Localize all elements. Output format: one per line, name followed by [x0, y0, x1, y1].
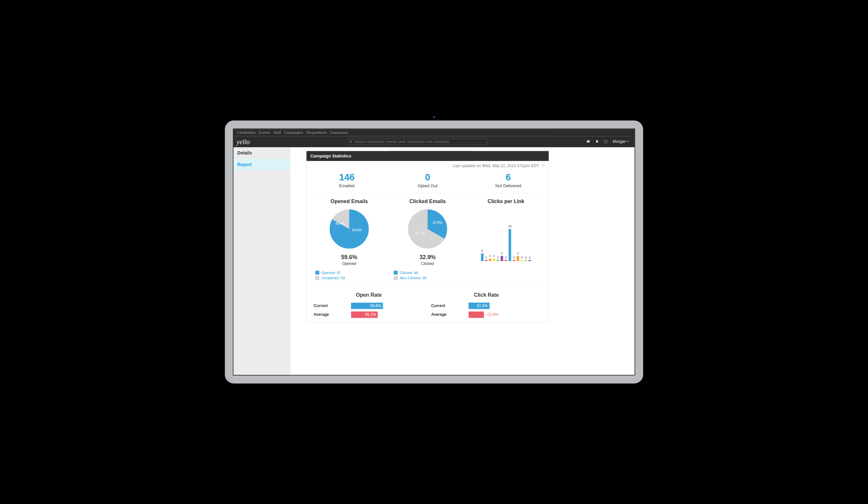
bar	[517, 256, 519, 261]
menu-events[interactable]: Events	[259, 131, 270, 135]
bar-column: 6	[481, 249, 484, 261]
opened-slice2-label: 40.4%	[335, 222, 345, 226]
open-rate-current-bar: 59.6%	[351, 302, 383, 309]
clicked-legend1[interactable]: Clicked: 48	[400, 270, 418, 275]
clicked-emails-panel: Clicked Emails 32.9% 67.1% 32.9% Clicked	[388, 198, 467, 281]
open-rate-panel: Open Rate Current 59.6% Average 49.2%	[310, 292, 427, 320]
bar	[497, 260, 499, 261]
search-box[interactable]	[346, 138, 488, 145]
clicked-legend2[interactable]: Non-Clicked: 98	[400, 276, 426, 280]
bar-value-label: 4	[501, 251, 503, 255]
bar	[520, 260, 523, 261]
bar	[485, 260, 487, 261]
sidebar-item-details[interactable]: Details	[234, 147, 290, 159]
bar-value-label: 2	[493, 254, 495, 258]
bar-column: 0	[520, 256, 523, 261]
legend-swatch-grey	[394, 276, 398, 280]
svg-text:?: ?	[605, 140, 607, 143]
click-rate-current-label: Current	[427, 304, 469, 308]
kpi-row: 146 Emailed 0 Opted Out 6 Not Delivered	[307, 171, 549, 193]
bar-value-label: 1	[485, 255, 487, 259]
brand-logo: yello	[237, 138, 250, 145]
clicked-slice1-label: 32.9%	[433, 221, 442, 225]
laptop-frame: Candidates Events Staff Campaigns Requis…	[225, 121, 643, 383]
menu-campuses[interactable]: Campuses	[330, 131, 348, 135]
bar-column: 0	[529, 256, 531, 261]
clicked-title: Clicked Emails	[410, 198, 446, 204]
opened-title: Opened Emails	[331, 198, 368, 204]
click-rate-title: Click Rate	[427, 292, 545, 298]
open-rate-current-row: Current 59.6%	[310, 302, 427, 309]
panel-title: Campaign Statistics	[307, 151, 549, 161]
open-rate-title: Open Rate	[310, 292, 427, 298]
clicked-percent: 32.9%	[420, 254, 436, 260]
bar	[501, 256, 503, 261]
refresh-icon[interactable]	[541, 164, 545, 167]
bar-column: 1	[485, 255, 487, 261]
header-actions: ? Morgan	[584, 136, 632, 147]
clicked-legend: Clicked: 48 Non-Clicked: 98	[388, 270, 426, 281]
chevron-down-icon	[627, 141, 629, 143]
menu-staff[interactable]: Staff	[273, 131, 281, 135]
opened-caption: Opened	[342, 261, 356, 266]
click-rate-current-bar: 32.9%	[469, 302, 490, 309]
user-menu[interactable]: Morgan	[610, 137, 632, 146]
svg-point-0	[350, 141, 351, 143]
menu-candidates[interactable]: Candidates	[237, 131, 256, 135]
bar-value-label: 25	[508, 225, 512, 228]
opened-pie-chart: 59.6% 40.4%	[330, 209, 369, 249]
content-area: Campaign Statistics Last updated on Wed,…	[290, 147, 634, 375]
clicked-caption: Clicked	[421, 261, 434, 266]
kpi-emailed: 146 Emailed	[307, 173, 387, 188]
rates-row: Open Rate Current 59.6% Average 49.2% Cl…	[307, 285, 549, 322]
search-input[interactable]	[354, 140, 485, 144]
opened-emails-panel: Opened Emails 59.6% 40.4% 59.6% Opened	[310, 198, 388, 281]
bar-column: 1	[497, 255, 499, 261]
kpi-not-delivered-label: Not Delivered	[468, 183, 549, 188]
clicks-bar-chart: 61221412504000	[481, 220, 531, 261]
kpi-emailed-value: 146	[307, 173, 387, 182]
search-icon	[349, 140, 352, 144]
kpi-not-delivered: 6 Not Delivered	[468, 173, 549, 188]
bar	[505, 260, 507, 261]
bar-value-label: 4	[517, 251, 519, 255]
bar-value-label: 0	[513, 256, 515, 259]
bar-value-label: 0	[525, 256, 527, 259]
bar-value-label: 1	[497, 255, 499, 259]
chat-icon[interactable]	[584, 137, 593, 146]
kpi-emailed-label: Emailed	[307, 183, 387, 188]
bar-column: 2	[489, 254, 491, 261]
menu-requisitions[interactable]: Requisitions	[307, 131, 327, 135]
click-rate-panel: Click Rate Current 32.9% Average 22.9%	[427, 292, 545, 320]
clicks-title: Clicks per Link	[487, 198, 524, 204]
menu-campaigns[interactable]: Campaigns	[285, 131, 303, 135]
bar	[508, 229, 511, 261]
bar	[513, 260, 515, 261]
bar-column: 4	[517, 251, 519, 261]
open-rate-average-label: Average	[310, 312, 351, 317]
kpi-opted-out-label: Opted Out	[388, 183, 468, 188]
campaign-stats-panel: Campaign Statistics Last updated on Wed,…	[307, 151, 549, 322]
opened-legend2[interactable]: Unopened: 59	[321, 276, 345, 280]
kpi-not-delivered-value: 6	[468, 173, 549, 182]
bar	[489, 258, 491, 261]
bar-value-label: 1	[505, 255, 507, 259]
header-bar: yello ? Morgan	[234, 136, 635, 147]
kpi-opted-out: 0 Opted Out	[388, 173, 468, 188]
bar	[481, 253, 484, 261]
sidebar-item-report[interactable]: Report	[234, 159, 290, 171]
last-updated-row: Last updated on Wed, May 22, 2019 3:51pm…	[307, 161, 549, 171]
opened-legend1[interactable]: Opened: 87	[321, 270, 341, 275]
sidebar: Details Report	[234, 147, 290, 375]
bar-value-label: 0	[529, 256, 531, 259]
last-updated-text: Last updated on Wed, May 22, 2019 3:51pm…	[453, 164, 539, 168]
legend-swatch-blue	[394, 271, 398, 275]
bar	[529, 260, 531, 261]
help-icon[interactable]: ?	[601, 137, 610, 146]
laptop-camera	[433, 116, 435, 119]
bar-column: 0	[524, 256, 527, 261]
open-rate-average-bar: 49.2%	[351, 312, 378, 318]
bar	[524, 260, 527, 261]
bar	[493, 258, 496, 261]
bell-icon[interactable]	[593, 137, 601, 146]
